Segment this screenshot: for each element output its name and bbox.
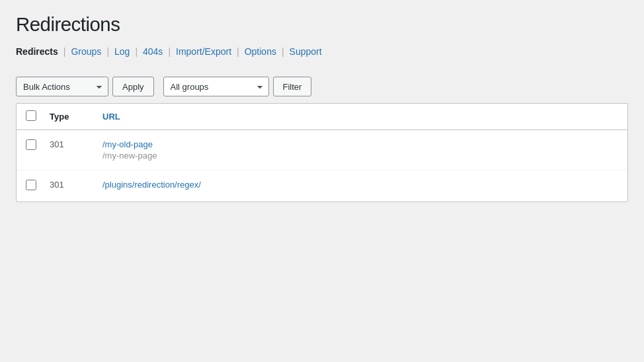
redirects-table-wrap: Type URL 301 /my-old-page /my-new-page xyxy=(16,103,628,202)
nav-tabs: Redirects | Groups | Log | 404s | Import… xyxy=(16,46,628,57)
nav-separator: | xyxy=(168,46,171,57)
table-row: 301 /my-old-page /my-new-page xyxy=(17,130,627,170)
redirects-table: Type URL 301 /my-old-page /my-new-page xyxy=(17,104,627,201)
url-column-header: URL xyxy=(95,104,627,130)
nav-separator: | xyxy=(63,46,66,57)
nav-tab[interactable]: 404s xyxy=(143,46,163,57)
table-header-row: Type URL xyxy=(17,104,627,130)
row-checkbox[interactable] xyxy=(26,180,36,190)
url-cell: /my-old-page /my-new-page xyxy=(95,130,627,170)
nav-tab[interactable]: Groups xyxy=(71,46,101,57)
url-secondary: /my-new-page xyxy=(102,151,620,161)
nav-tab[interactable]: Log xyxy=(114,46,130,57)
nav-tab[interactable]: Support xyxy=(290,46,322,57)
nav-separator: | xyxy=(237,46,239,57)
row-checkbox[interactable] xyxy=(26,139,36,150)
nav-tab[interactable]: Import/Export xyxy=(176,46,231,57)
bulk-actions-select[interactable]: Bulk Actions xyxy=(16,77,108,96)
url-cell: /plugins/redirection/regex/ xyxy=(95,170,627,202)
table-row: 301 /plugins/redirection/regex/ xyxy=(17,170,627,202)
row-checkbox-cell[interactable] xyxy=(17,170,42,202)
select-all-header[interactable] xyxy=(17,104,42,130)
nav-separator: | xyxy=(106,46,109,57)
groups-select[interactable]: All groups Default Group xyxy=(163,77,269,96)
toolbar: Bulk Actions Apply All groups Default Gr… xyxy=(16,70,628,103)
url-primary-link[interactable]: /plugins/redirection/regex/ xyxy=(102,180,620,190)
nav-separator: | xyxy=(135,46,138,57)
filter-button[interactable]: Filter xyxy=(273,77,312,96)
apply-button[interactable]: Apply xyxy=(112,77,154,96)
type-column-header: Type xyxy=(42,104,95,130)
type-cell: 301 xyxy=(42,170,95,202)
page-title: Redirections xyxy=(16,13,628,36)
nav-tab-active: Redirects xyxy=(16,46,58,57)
url-primary-link[interactable]: /my-old-page xyxy=(102,139,620,149)
select-all-checkbox[interactable] xyxy=(26,110,36,121)
type-cell: 301 xyxy=(42,130,95,170)
row-checkbox-cell[interactable] xyxy=(17,130,42,170)
nav-tab[interactable]: Options xyxy=(245,46,276,57)
nav-separator: | xyxy=(282,46,284,57)
